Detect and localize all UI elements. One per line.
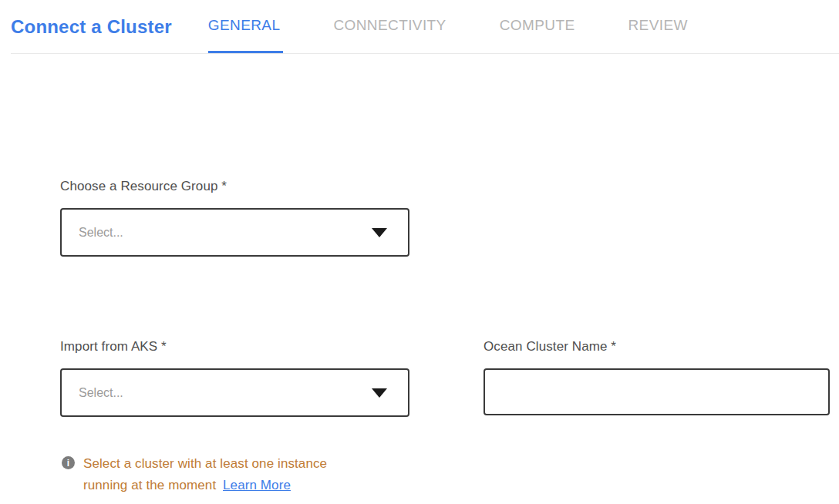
resource-group-placeholder: Select... <box>79 226 123 240</box>
row-1-spacer <box>484 179 830 257</box>
import-aks-placeholder: Select... <box>79 386 123 400</box>
caret-down-icon <box>372 228 387 237</box>
tab-review[interactable]: REVIEW <box>628 0 690 53</box>
resource-group-field: Choose a Resource Group * Select... <box>60 179 409 257</box>
page-title: Connect a Cluster <box>11 16 172 38</box>
cluster-name-field: Ocean Cluster Name * <box>484 339 830 496</box>
info-icon: i <box>62 456 75 469</box>
caret-down-icon <box>372 388 387 398</box>
tab-connectivity[interactable]: CONNECTIVITY <box>333 0 449 53</box>
import-aks-select[interactable]: Select... <box>60 368 409 417</box>
ocean-cluster-name-input[interactable] <box>484 368 830 415</box>
import-aks-label: Import from AKS * <box>60 339 409 354</box>
wizard-tabs: GENERAL CONNECTIVITY COMPUTE REVIEW <box>208 0 741 53</box>
tab-general[interactable]: GENERAL <box>208 0 284 53</box>
general-step-form: Choose a Resource Group * Select... Impo… <box>60 179 839 496</box>
cluster-instance-note: i Select a cluster with at least one ins… <box>60 453 409 496</box>
learn-more-link[interactable]: Learn More <box>223 478 291 492</box>
resource-group-label: Choose a Resource Group * <box>60 179 409 194</box>
cluster-name-label: Ocean Cluster Name * <box>484 339 830 354</box>
note-text: Select a cluster with at least one insta… <box>83 453 369 496</box>
resource-group-select[interactable]: Select... <box>60 208 409 257</box>
import-aks-field: Import from AKS * Select... i Select a c… <box>60 339 409 496</box>
tab-compute[interactable]: COMPUTE <box>500 0 578 53</box>
wizard-header: Connect a Cluster GENERAL CONNECTIVITY C… <box>11 0 839 54</box>
